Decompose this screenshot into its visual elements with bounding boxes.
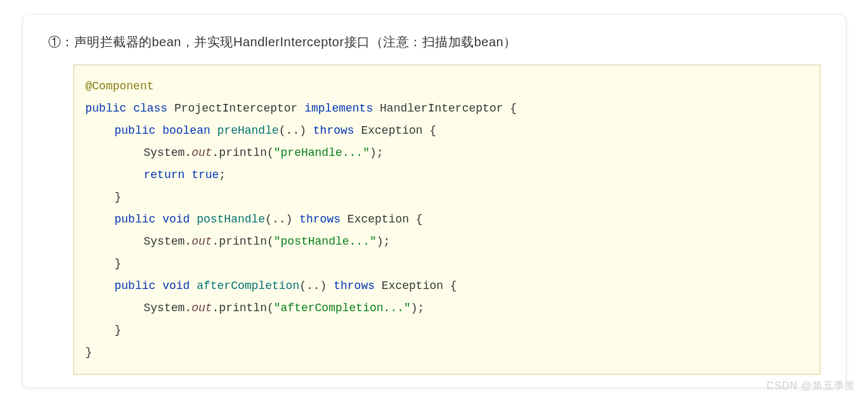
interface-name: HandlerInterceptor [380, 102, 503, 115]
brace-close: } [115, 191, 122, 203]
code-line: return true; [86, 164, 808, 186]
kw-true: true [191, 169, 219, 181]
stmt-prefix: System. [144, 302, 192, 314]
brace-close: } [115, 324, 122, 337]
kw-return-type: void [162, 279, 190, 292]
method-name: afterCompletion [197, 279, 299, 292]
brace-open: { [503, 102, 517, 115]
code-line: } [86, 253, 808, 275]
code-line: } [86, 319, 808, 342]
static-out: out [191, 146, 212, 159]
code-line: public boolean preHandle(..) throws Exce… [86, 120, 808, 142]
kw-class: class [133, 102, 167, 115]
stmt-end: ); [377, 235, 391, 248]
string-literal: "afterCompletion..." [274, 302, 411, 314]
kw-throws: throws [313, 124, 354, 137]
code-line: System.out.println("afterCompletion...")… [86, 297, 808, 319]
static-out: out [191, 302, 212, 314]
static-out: out [191, 235, 212, 248]
exception-name: Exception [361, 124, 422, 137]
code-line: public class ProjectInterceptor implemen… [86, 98, 808, 120]
brace-close: } [115, 257, 122, 270]
annotation-text: @Component [86, 80, 154, 93]
code-line: } [86, 342, 808, 364]
stmt-end: ); [411, 302, 425, 314]
kw-implements: implements [304, 102, 373, 115]
string-literal: "preHandle..." [274, 146, 370, 159]
string-literal: "postHandle..." [274, 235, 377, 248]
stmt-prefix: System. [144, 235, 192, 248]
brace-open: { [443, 279, 457, 292]
code-line: public void postHandle(..) throws Except… [86, 209, 808, 231]
brace-open: { [423, 124, 437, 137]
method-name: preHandle [217, 124, 279, 137]
stmt-mid: .println( [212, 302, 274, 314]
kw-return-type: void [162, 213, 190, 226]
code-line: System.out.println("preHandle..."); [86, 142, 808, 164]
kw-return: return [144, 169, 185, 181]
kw-return-type: boolean [162, 124, 211, 137]
brace-close: } [86, 346, 93, 359]
method-args: (..) [299, 279, 327, 292]
stmt-end: ); [370, 146, 384, 159]
document-card: ①：声明拦截器的bean，并实现HandlerInterceptor接口（注意：… [22, 14, 846, 388]
code-line: @Component [86, 75, 808, 98]
exception-name: Exception [382, 279, 443, 292]
exception-name: Exception [347, 213, 409, 226]
semicolon: ; [219, 169, 226, 181]
kw-throws: throws [299, 213, 340, 226]
kw-public: public [86, 102, 127, 115]
method-args: (..) [279, 124, 306, 137]
kw-public: public [115, 279, 156, 292]
kw-throws: throws [334, 279, 375, 292]
stmt-mid: .println( [212, 235, 274, 248]
brace-open: { [409, 213, 423, 226]
method-name: postHandle [197, 213, 265, 226]
code-line: public void afterCompletion(..) throws E… [86, 275, 808, 297]
kw-public: public [115, 124, 156, 137]
stmt-mid: .println( [212, 146, 274, 159]
watermark-text: CSDN @第五季度 [767, 380, 855, 393]
code-line: } [86, 186, 808, 209]
code-block: @Component public class ProjectIntercept… [74, 65, 820, 375]
code-line: System.out.println("postHandle..."); [86, 231, 808, 253]
kw-public: public [115, 213, 156, 226]
stmt-prefix: System. [144, 146, 192, 159]
method-args: (..) [265, 213, 292, 226]
section-heading: ①：声明拦截器的bean，并实现HandlerInterceptor接口（注意：… [48, 34, 820, 51]
class-name: ProjectInterceptor [174, 102, 297, 115]
